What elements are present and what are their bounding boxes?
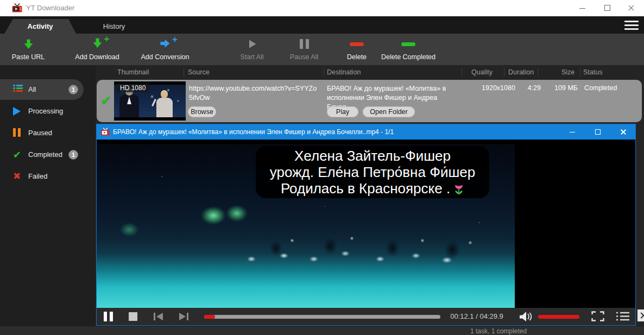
add-download-button[interactable]: + Add Download — [73, 36, 122, 62]
count-badge: 1 — [68, 85, 78, 94]
delete-button[interactable]: Delete — [343, 36, 370, 62]
tab-history[interactable]: History — [81, 19, 147, 34]
player-controls: 00:12.1 / 04:29.9 — [97, 308, 635, 325]
multicolor-list-icon — [13, 85, 23, 94]
status-bar: 1 task, 1 completed — [0, 326, 644, 335]
download-row[interactable]: ✔ HD 1080 https://www.youtube.com/watch?… — [97, 80, 642, 122]
player-window: БРАВО! Аж до мурашек! «Молитва» в исполн… — [96, 124, 636, 326]
sidebar-item-failed[interactable]: ✖ Failed — [0, 166, 96, 187]
table-header: Thumbnail Source Destination Quality Dur… — [96, 65, 644, 79]
green-bar-icon — [401, 42, 415, 46]
col-thumbnail[interactable]: Thumbnail — [117, 68, 149, 76]
col-destination[interactable]: Destination — [327, 68, 361, 76]
plus-icon: + — [172, 37, 178, 42]
add-conversion-button[interactable]: + Add Conversion — [139, 36, 191, 62]
player-tv-icon — [101, 128, 110, 136]
main-titlebar: YT Downloader — [0, 0, 644, 16]
green-check-icon: ✔ — [13, 150, 23, 160]
stop-button[interactable] — [129, 312, 137, 321]
caption-line: Хелена Зайтель-Фишер — [256, 148, 489, 164]
app-tv-icon — [12, 3, 22, 12]
player-minimize-button[interactable] — [561, 124, 584, 140]
col-quality[interactable]: Quality — [471, 68, 493, 76]
seek-fill — [204, 315, 215, 319]
status-value: Completed — [584, 84, 617, 92]
sidebar: All 1 Processing Paused ✔ Completed 1 ✖ … — [0, 65, 96, 326]
red-bar-icon — [350, 42, 364, 46]
size-value: 109 МБ — [531, 84, 578, 92]
task-summary: 1 task, 1 completed — [470, 327, 527, 335]
volume-fill — [538, 315, 579, 319]
speaker-icon[interactable] — [519, 311, 533, 324]
paste-url-button[interactable]: Paste URL — [7, 36, 50, 62]
gray-pause-icon — [285, 36, 324, 52]
blue-play-icon — [13, 107, 21, 116]
hd-quality-badge: HD 1080 — [116, 84, 149, 92]
source-url: https://www.youtube.com/watch?v=SYYZo5if… — [189, 84, 320, 103]
col-size[interactable]: Size — [561, 68, 574, 76]
pause-all-button[interactable]: Pause All — [285, 36, 324, 62]
player-maximize-button[interactable] — [586, 124, 609, 140]
window-title: YT Downloader — [26, 4, 74, 12]
col-source[interactable]: Source — [188, 68, 210, 76]
col-status[interactable]: Status — [583, 68, 602, 76]
player-close-button[interactable] — [612, 124, 635, 140]
sidebar-item-paused[interactable]: Paused — [0, 123, 96, 143]
tulip-icon — [453, 184, 464, 195]
green-down-arrow-icon — [23, 39, 34, 50]
playlist-button[interactable] — [616, 311, 630, 324]
plus-icon: + — [104, 36, 110, 42]
orange-pause-icon — [13, 128, 23, 138]
red-x-icon: ✖ — [13, 172, 23, 181]
delete-completed-button[interactable]: Delete Completed — [380, 36, 437, 62]
hscroll-right-arrow[interactable] — [637, 309, 644, 321]
close-button[interactable] — [619, 0, 643, 16]
video-viewport[interactable]: Хелена Зайтель-Фишер урожд. Еле́на Петро… — [97, 140, 635, 308]
col-duration[interactable]: Duration — [508, 68, 534, 76]
app-window: YT Downloader Activity History Paste URL… — [0, 0, 644, 335]
previous-track-button[interactable] — [153, 312, 164, 323]
count-badge: 1 — [68, 150, 78, 160]
next-track-button[interactable] — [178, 312, 189, 323]
tab-bar: Activity History — [0, 16, 644, 34]
browse-button[interactable]: Browse — [188, 106, 216, 117]
sidebar-item-completed[interactable]: ✔ Completed 1 — [0, 144, 96, 165]
video-thumbnail: HD 1080 — [114, 81, 186, 121]
green-down-arrow-icon — [92, 37, 103, 49]
player-titlebar[interactable]: БРАВО! Аж до мурашек! «Молитва» в исполн… — [97, 124, 635, 140]
video-caption-overlay: Хелена Зайтель-Фишер урожд. Еле́на Петро… — [256, 146, 489, 198]
gray-play-icon — [247, 39, 257, 49]
singer-woman-silhouette — [156, 98, 173, 117]
singer-man-silhouette — [119, 94, 139, 117]
start-all-button[interactable]: Start All — [233, 36, 270, 62]
caption-line: Родилась в Красноярске . — [281, 180, 450, 197]
open-folder-button[interactable]: Open Folder — [363, 106, 415, 117]
play-button[interactable]: Play — [327, 106, 358, 117]
blue-right-arrow-icon — [159, 38, 171, 49]
completed-check-icon: ✔ — [98, 93, 114, 108]
sidebar-item-all[interactable]: All 1 — [0, 79, 96, 100]
tab-activity[interactable]: Activity — [4, 19, 76, 34]
sidebar-item-processing[interactable]: Processing — [0, 101, 96, 122]
menu-hamburger-icon[interactable] — [624, 21, 639, 30]
player-title: БРАВО! Аж до мурашек! «Молитва» в исполн… — [113, 128, 394, 136]
seek-bar[interactable] — [204, 315, 440, 319]
volume-bar[interactable] — [538, 315, 579, 319]
minimize-button[interactable] — [570, 0, 594, 16]
toolbar: Paste URL + Add Download + Add Conversio… — [0, 34, 644, 65]
time-display: 00:12.1 / 04:29.9 — [450, 312, 504, 320]
pause-playback-button[interactable] — [104, 312, 116, 324]
maximize-button[interactable] — [595, 0, 619, 16]
caption-line: урожд. Еле́на Петро́вна Фи́шер — [256, 164, 489, 180]
fullscreen-button[interactable] — [591, 311, 604, 324]
